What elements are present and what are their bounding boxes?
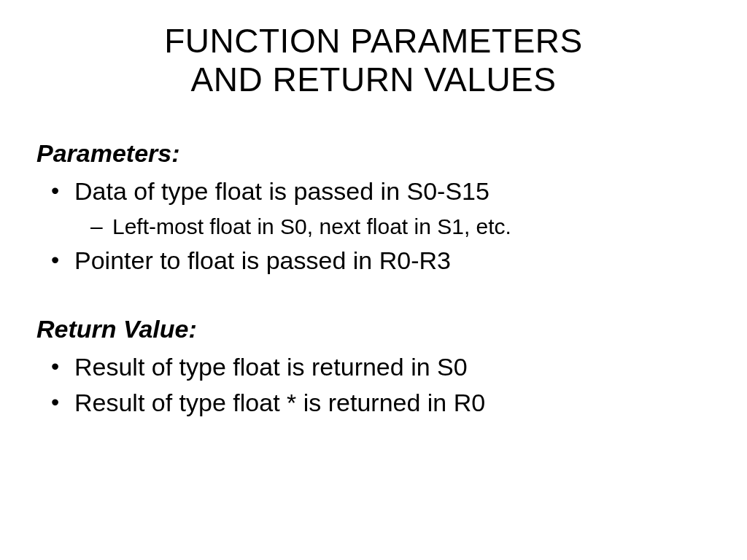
list-item-text: Pointer to float is passed in R0-R3 <box>74 246 451 274</box>
list-item: Result of type float is returned in S0 <box>36 349 718 385</box>
parameters-heading: Parameters: <box>36 139 718 168</box>
list-item: Pointer to float is passed in R0-R3 <box>36 243 718 279</box>
list-item-text: Result of type float * is returned in R0 <box>74 389 485 416</box>
list-item-text: Data of type float is passed in S0-S15 <box>74 177 489 205</box>
title-line-1: FUNCTION PARAMETERS <box>164 22 582 60</box>
return-value-heading: Return Value: <box>36 315 718 343</box>
list-item: Left-most float in S0, next float in S1,… <box>74 211 718 243</box>
parameters-list: Data of type float is passed in S0-S15 L… <box>36 174 718 279</box>
return-value-list: Result of type float is returned in S0 R… <box>36 349 718 421</box>
sublist: Left-most float in S0, next float in S1,… <box>74 211 718 243</box>
slide-title: FUNCTION PARAMETERS AND RETURN VALUES <box>29 22 718 99</box>
list-item: Result of type float * is returned in R0 <box>36 385 718 421</box>
title-line-2: AND RETURN VALUES <box>191 61 557 98</box>
list-item-text: Result of type float is returned in S0 <box>74 353 468 381</box>
list-item-text: Left-most float in S0, next float in S1,… <box>112 214 511 238</box>
slide-content: Parameters: Data of type float is passed… <box>29 139 718 421</box>
list-item: Data of type float is passed in S0-S15 L… <box>36 174 718 243</box>
